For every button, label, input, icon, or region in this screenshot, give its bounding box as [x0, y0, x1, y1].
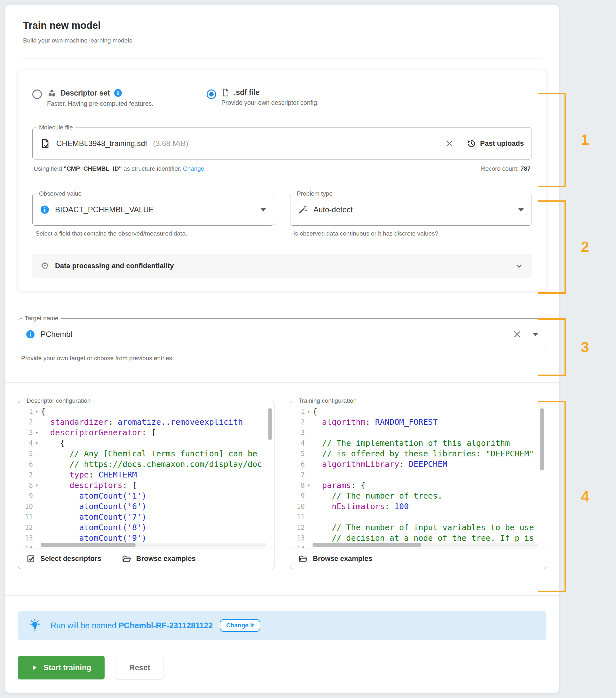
code-line: 3▾ descriptorGenerator: [ — [18, 427, 274, 438]
data-processing-label: Data processing and confidentiality — [55, 262, 174, 270]
descriptor-configuration-fieldset: Descriptor configuration 1▾{2 standardiz… — [18, 397, 274, 569]
fold-arrow-icon[interactable]: ▾ — [33, 483, 41, 488]
problem-type-select[interactable]: Problem type Auto-detect — [290, 190, 532, 226]
run-name-banner: Run will be named PChembl-RF-2311281122 … — [18, 611, 546, 640]
radio-option-sdf-file[interactable]: .sdf file Provide your own descriptor co… — [207, 88, 319, 107]
code-line: 3 — [290, 427, 546, 438]
code-line: 5 // is offered by these libraries: "DEE… — [290, 448, 546, 459]
annotation-number-3: 3 — [574, 338, 596, 356]
fold-arrow-icon[interactable]: ▾ — [33, 441, 41, 446]
play-icon — [31, 664, 38, 671]
target-name-field[interactable]: Target name PChembl — [18, 315, 546, 350]
past-uploads-button[interactable]: Past uploads — [467, 139, 524, 148]
file-meta-row: Using field "CMP_CHEMBL_ID" as structure… — [32, 165, 532, 172]
info-icon[interactable] — [40, 205, 49, 214]
fold-arrow-icon[interactable]: ▾ — [33, 430, 41, 435]
vertical-scrollbar[interactable] — [540, 408, 544, 471]
data-processing-expander[interactable]: ⚙ Data processing and confidentiality — [32, 254, 532, 278]
radio-label-descriptor-set: Descriptor set — [60, 89, 110, 97]
radio-desc-sdf-file: Provide your own descriptor config. — [221, 99, 319, 107]
target-name-label: Target name — [25, 315, 58, 322]
checkbox-icon — [27, 554, 36, 563]
document-icon — [221, 88, 230, 97]
code-line: 2 algorithm: RANDOM_FOREST — [290, 417, 546, 427]
chevron-down-icon[interactable] — [533, 333, 538, 336]
change-identifier-link[interactable]: Change — [183, 165, 204, 172]
data-source-card: Descriptor set Faster. Having pre-comput… — [18, 70, 546, 291]
molecule-file-fieldset: Molecule file CHEMBL3948_training.sdf (3… — [32, 124, 532, 159]
reset-button[interactable]: Reset — [116, 656, 163, 680]
molecule-file-label: Molecule file — [39, 124, 73, 131]
gear-icon: ⚙ — [41, 261, 49, 271]
clear-target-icon[interactable] — [513, 330, 522, 339]
problem-type-col: Problem type Auto-detect Is observed dat… — [290, 190, 532, 237]
chevron-down-icon[interactable] — [518, 208, 524, 212]
browse-examples-button[interactable]: Browse examples — [122, 554, 196, 563]
observed-value-value: BIOACT_PCHEMBL_VALUE — [55, 205, 154, 214]
problem-type-value: Auto-detect — [313, 205, 353, 214]
start-training-button[interactable]: Start training — [18, 656, 105, 680]
code-line: 7 type: CHEMTERM — [18, 470, 274, 480]
fold-arrow-icon[interactable]: ▾ — [33, 409, 41, 414]
descriptor-config-code[interactable]: 1▾{2 standardizer: aromatize..removeexpl… — [18, 406, 274, 548]
page-subtitle: Build your own machine learning models. — [23, 37, 541, 45]
info-icon[interactable] — [26, 330, 35, 339]
problem-type-helper: Is observed data continuous or it has di… — [290, 230, 532, 237]
content: Descriptor set Faster. Having pre-comput… — [5, 70, 559, 680]
scrollbar-thumb[interactable] — [41, 543, 136, 547]
section-divider — [5, 382, 559, 382]
training-config-editor[interactable]: 1▾{2 algorithm: RANDOM_FOREST34 // The i… — [290, 404, 546, 548]
radio-sdf-file[interactable] — [207, 89, 216, 99]
page-title: Train new model — [23, 20, 541, 31]
train-new-model-page: Train new model Build your own machine l… — [0, 0, 616, 698]
browse-examples-label: Browse examples — [313, 555, 372, 563]
vertical-scrollbar[interactable] — [268, 408, 272, 440]
code-line: 11 — [290, 512, 546, 522]
page-header: Train new model Build your own machine l… — [5, 5, 559, 58]
observed-value-select[interactable]: Observed value BIOACT_PCHEMBL_VALUE — [32, 190, 274, 226]
folder-open-icon — [122, 554, 132, 563]
chevron-down-icon[interactable] — [260, 208, 266, 212]
chevron-down-icon[interactable] — [515, 262, 523, 270]
scrollbar-thumb[interactable] — [313, 543, 421, 547]
change-run-name-button[interactable]: Change it — [220, 619, 260, 632]
radio-descriptor-set[interactable] — [32, 89, 42, 99]
observed-value-helper: Select a field that contains the observe… — [32, 230, 274, 237]
identifier-note: Using field "CMP_CHEMBL_ID" as structure… — [33, 165, 204, 172]
select-descriptors-button[interactable]: Select descriptors — [27, 554, 101, 563]
annotation-number-4: 4 — [574, 488, 596, 505]
browse-examples-label: Browse examples — [136, 555, 196, 563]
history-icon — [467, 139, 476, 148]
info-icon[interactable] — [114, 89, 122, 97]
code-line: 5 // Any [Chemical Terms function] can b… — [18, 448, 274, 459]
code-line: 6 algorithmLibrary: DEEPCHEM — [290, 459, 546, 470]
fold-arrow-icon[interactable]: ▾ — [305, 483, 313, 488]
code-line: 12 // The number of input variables to b… — [290, 522, 546, 533]
header-divider — [23, 58, 541, 58]
fold-arrow-icon[interactable]: ▾ — [305, 409, 313, 414]
target-name-helper: Provide your own target or choose from p… — [18, 355, 546, 362]
code-line: 10 atomCount('6') — [18, 501, 274, 512]
code-line: 1▾{ — [18, 406, 274, 417]
descriptor-configuration-label: Descriptor configuration — [27, 397, 91, 404]
start-training-label: Start training — [43, 663, 91, 672]
lightbulb-icon — [29, 619, 41, 632]
horizontal-scrollbar[interactable] — [41, 543, 267, 547]
training-config-code[interactable]: 1▾{2 algorithm: RANDOM_FOREST34 // The i… — [290, 406, 546, 548]
code-line: 1▾{ — [290, 406, 546, 417]
horizontal-scrollbar[interactable] — [313, 543, 539, 547]
radio-option-descriptor-set[interactable]: Descriptor set Faster. Having pre-comput… — [32, 88, 207, 107]
radio-desc-descriptor-set: Faster. Having pre-computed features. — [47, 100, 153, 107]
training-configuration-fieldset: Training configuration 1▾{2 algorithm: R… — [290, 397, 546, 569]
uploaded-file-size: (3.68 MiB) — [153, 139, 188, 148]
magic-wand-icon — [298, 205, 308, 214]
clear-file-icon[interactable] — [445, 139, 454, 148]
descriptor-config-editor[interactable]: 1▾{2 standardizer: aromatize..removeexpl… — [18, 404, 274, 548]
source-type-radio-group: Descriptor set Faster. Having pre-comput… — [32, 88, 532, 107]
code-line: 13 atomCount('9') — [18, 533, 274, 543]
browse-examples-button[interactable]: Browse examples — [298, 554, 372, 563]
problem-type-label: Problem type — [297, 190, 333, 197]
file-check-icon — [40, 138, 51, 149]
category-icon — [47, 88, 57, 98]
code-line: 4▾ { — [18, 438, 274, 448]
